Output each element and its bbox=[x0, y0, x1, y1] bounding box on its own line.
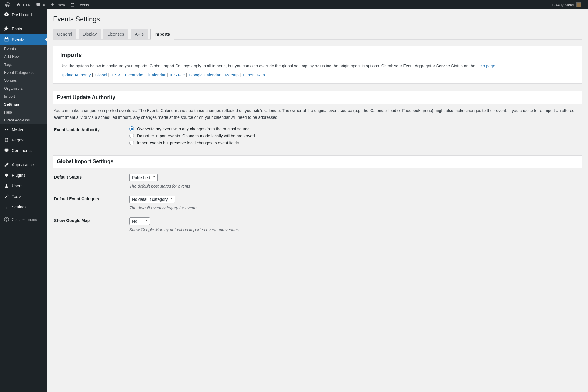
label-default-status: Default Status bbox=[53, 174, 129, 179]
events-topbar-link[interactable]: Events bbox=[67, 0, 91, 9]
collapse-label: Collapse menu bbox=[12, 217, 37, 222]
submenu-add-new[interactable]: Add New bbox=[0, 53, 47, 61]
label-google-map: Show Google Map bbox=[53, 217, 129, 223]
sidebar-item-appearance[interactable]: Appearance bbox=[0, 159, 47, 170]
desc-google-map: Show Google Map by default on imported e… bbox=[129, 227, 582, 232]
select-default-status[interactable]: Published bbox=[129, 174, 158, 181]
row-default-status: Default Status Published The default pos… bbox=[53, 174, 582, 189]
update-authority-title: Event Update Authority bbox=[57, 94, 578, 101]
link-eventbrite[interactable]: Eventbrite bbox=[125, 73, 143, 77]
select-google-map[interactable]: No bbox=[129, 217, 150, 225]
tab-display[interactable]: Display bbox=[79, 29, 101, 40]
radio-overwrite-label: Overwrite my event with any changes from… bbox=[137, 126, 251, 131]
calendar-icon bbox=[70, 2, 76, 8]
section-update-authority: Event Update Authority bbox=[53, 91, 582, 104]
sidebar-item-dashboard[interactable]: Dashboard bbox=[0, 9, 47, 20]
link-other-urls[interactable]: Other URLs bbox=[243, 73, 265, 77]
howdy-text: Howdy, victor bbox=[552, 3, 574, 7]
link-csv[interactable]: CSV bbox=[112, 73, 120, 77]
tab-general[interactable]: General bbox=[53, 29, 76, 40]
help-page-link[interactable]: Help page bbox=[477, 64, 495, 68]
submenu-import[interactable]: Import bbox=[0, 92, 47, 100]
sidebar-item-events[interactable]: Events bbox=[0, 34, 47, 45]
select-default-category[interactable]: No default category bbox=[129, 196, 175, 203]
site-name-label: ETR bbox=[23, 3, 31, 7]
sidebar-item-tools[interactable]: Tools bbox=[0, 191, 47, 202]
label-update-authority: Event Update Authority bbox=[53, 126, 129, 132]
sidebar-settings-label: Settings bbox=[12, 205, 27, 209]
sidebar-item-comments[interactable]: Comments bbox=[0, 145, 47, 156]
sidebar-media-label: Media bbox=[12, 127, 23, 132]
radio-preserve[interactable]: Import events but preserve local changes… bbox=[129, 141, 582, 145]
imports-panel: Imports Use the options below to configu… bbox=[53, 46, 582, 84]
link-icalendar[interactable]: iCalendar bbox=[148, 73, 166, 77]
tab-apis[interactable]: APIs bbox=[131, 29, 148, 40]
label-default-category: Default Event Category bbox=[53, 196, 129, 201]
svg-point-0 bbox=[4, 217, 9, 221]
calendar-icon bbox=[4, 36, 9, 42]
media-icon bbox=[4, 126, 9, 132]
submenu-events[interactable]: Events bbox=[0, 45, 47, 53]
comment-icon bbox=[35, 2, 41, 8]
sidebar-item-pages[interactable]: Pages bbox=[0, 135, 47, 145]
select-google-map-value: No bbox=[132, 219, 137, 223]
sidebar-comments-label: Comments bbox=[12, 148, 32, 153]
main-content: Events Settings General Display Licenses… bbox=[47, 9, 588, 392]
desc-default-status: The default post status for events bbox=[129, 184, 582, 189]
wordpress-icon bbox=[5, 2, 11, 8]
comment-icon bbox=[4, 148, 9, 154]
desc-default-category: The default event category for events bbox=[129, 206, 582, 210]
sidebar-item-settings[interactable]: Settings bbox=[0, 202, 47, 212]
sidebar-item-posts[interactable]: Posts bbox=[0, 24, 47, 34]
submenu-venues[interactable]: Venues bbox=[0, 76, 47, 84]
link-google-calendar[interactable]: Google Calendar bbox=[189, 73, 220, 77]
account-link[interactable]: Howdy, victor bbox=[549, 0, 583, 9]
settings-tabs: General Display Licenses APIs Imports bbox=[53, 29, 582, 40]
submenu-categories[interactable]: Event Categories bbox=[0, 69, 47, 76]
submenu-addons[interactable]: Event Add-Ons bbox=[0, 116, 47, 124]
submenu-settings[interactable]: Settings bbox=[0, 100, 47, 108]
tab-imports[interactable]: Imports bbox=[150, 29, 174, 40]
radio-no-reimport[interactable]: Do not re-import events. Changes made lo… bbox=[129, 134, 582, 138]
select-default-status-value: Published bbox=[132, 175, 150, 180]
row-update-authority: Event Update Authority Overwrite my even… bbox=[53, 126, 582, 148]
events-topbar-label: Events bbox=[77, 3, 89, 7]
new-link[interactable]: New bbox=[47, 0, 67, 9]
pin-icon bbox=[4, 26, 9, 32]
sidebar-item-media[interactable]: Media bbox=[0, 124, 47, 135]
sidebar-posts-label: Posts bbox=[12, 26, 22, 31]
collapse-icon bbox=[4, 216, 9, 222]
section-global-import: Global Import Settings bbox=[53, 155, 582, 168]
sidebar-plugins-label: Plugins bbox=[12, 173, 25, 178]
submenu-organizers[interactable]: Organizers bbox=[0, 84, 47, 92]
radio-icon bbox=[129, 126, 134, 131]
link-meetup[interactable]: Meetup bbox=[225, 73, 239, 77]
users-icon bbox=[4, 183, 9, 189]
link-ics-file[interactable]: ICS File bbox=[170, 73, 185, 77]
admin-topbar: ETR 0 New Events Howdy, victor bbox=[0, 0, 588, 9]
sidebar-dashboard-label: Dashboard bbox=[12, 12, 32, 17]
radio-no-reimport-label: Do not re-import events. Changes made lo… bbox=[137, 134, 256, 138]
sidebar-item-users[interactable]: Users bbox=[0, 181, 47, 191]
sidebar-users-label: Users bbox=[12, 184, 23, 188]
row-google-map: Show Google Map No Show Google Map by de… bbox=[53, 217, 582, 232]
radio-icon bbox=[129, 134, 134, 138]
dashboard-icon bbox=[4, 12, 9, 18]
sidebar-item-plugins[interactable]: Plugins bbox=[0, 170, 47, 181]
sidebar-tools-label: Tools bbox=[12, 194, 21, 199]
comments-link[interactable]: 0 bbox=[33, 0, 47, 9]
submenu-help[interactable]: Help bbox=[0, 108, 47, 116]
home-icon bbox=[15, 2, 21, 8]
admin-sidebar: Dashboard Posts Events Events Add New Ta… bbox=[0, 9, 47, 392]
tab-licenses[interactable]: Licenses bbox=[103, 29, 128, 40]
link-global[interactable]: Global bbox=[95, 73, 107, 77]
imports-panel-links: Update Authority| Global| CSV| Eventbrit… bbox=[60, 73, 575, 77]
submenu-tags[interactable]: Tags bbox=[0, 61, 47, 69]
wrench-icon bbox=[4, 194, 9, 199]
link-update-authority[interactable]: Update Authority bbox=[60, 73, 91, 77]
site-name-link[interactable]: ETR bbox=[13, 0, 33, 9]
wp-logo[interactable] bbox=[2, 0, 13, 9]
collapse-menu[interactable]: Collapse menu bbox=[0, 214, 47, 225]
radio-overwrite[interactable]: Overwrite my event with any changes from… bbox=[129, 126, 582, 131]
sliders-icon bbox=[4, 204, 9, 210]
